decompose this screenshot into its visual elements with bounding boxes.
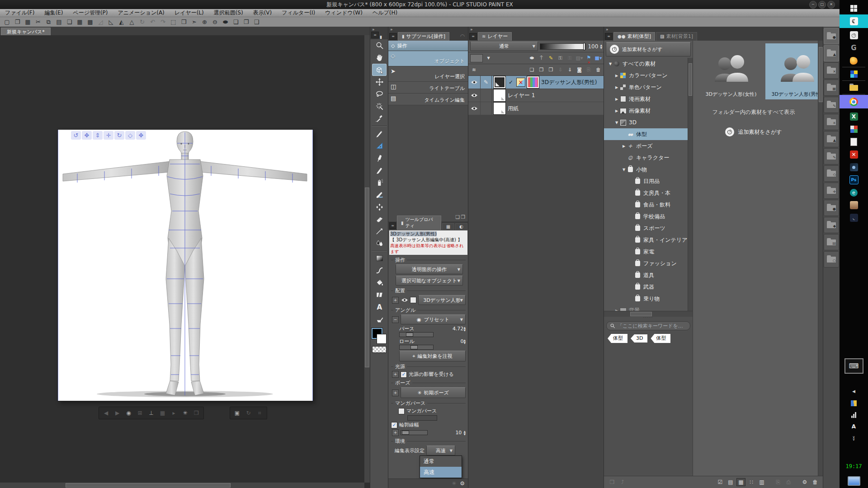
tree-appliances[interactable]: 家電 [604,246,693,258]
airbrush-tool[interactable] [372,176,387,188]
outline-width-stepper[interactable]: ▲▼ [463,430,466,436]
outline-width-value[interactable]: 10 [455,430,462,436]
tree-school[interactable]: 学校備品 [604,211,693,222]
bone-icon[interactable]: ⌗ [254,408,265,418]
reference-layer-icon[interactable]: ▨▾ [576,55,583,62]
grid-icon[interactable]: ▦ [75,18,85,26]
roll-value[interactable]: 0 [460,338,463,344]
tree-body-type[interactable]: 体型 [604,128,693,140]
selection-frame-icon[interactable]: ⬚ [169,18,178,26]
menu-page[interactable]: ページ管理(P) [68,9,113,17]
layer-name[interactable]: 用紙 [508,105,519,113]
subtool-footer-icons[interactable]: ❏❐ [455,214,466,220]
rotate-canvas-icon[interactable]: ↻ [137,18,147,26]
tray-color-icon[interactable] [840,397,868,409]
find-materials-link[interactable]: 追加素材をさがす [693,127,814,136]
move-layer-tool[interactable] [372,76,387,88]
perspective-value[interactable]: 4.72 [453,326,464,332]
lock-transparent-icon[interactable]: ⚿ [566,55,574,62]
object-ground-move-icon[interactable]: ✥ [136,131,146,140]
layer-color-swatch[interactable] [470,54,483,62]
tree-vehicles[interactable]: 乗り物 [604,293,693,305]
manga-perspective-checkbox[interactable]: ✓ [398,408,405,414]
tree-stationery[interactable]: 文房具・本 [604,187,693,199]
correct-tool[interactable] [372,313,387,325]
painting-app-task[interactable] [840,199,868,211]
edit-display-setting-dropdown[interactable]: 高速▼ [426,446,455,455]
roll-slider[interactable] [399,345,434,350]
tree-expand-arrow[interactable]: ▶ [621,144,627,148]
menu-filter[interactable]: フィルター(I) [277,9,320,17]
export-material-icon[interactable]: ⎙ [784,478,793,486]
expand-arrangement-button[interactable]: + [392,297,399,304]
photoshop-task[interactable]: Ps [840,174,868,186]
menu-help[interactable]: ヘルプ(H) [368,9,402,17]
material-shortcut-scene[interactable]: ▤ [824,234,839,250]
expand-light-button[interactable]: + [392,371,399,378]
pane-splitter[interactable]: ····· [604,317,693,320]
opacity-value[interactable]: 100 [588,43,598,50]
pixel-app-task[interactable] [840,68,868,80]
new-folder-icon[interactable]: ❒ [547,66,555,74]
tree-small-items[interactable]: ▼ 小物 [604,164,693,175]
add-object-icon[interactable]: ⊞ [134,408,146,418]
excel-task[interactable]: X [840,110,868,123]
g-app-task[interactable]: G [840,42,868,54]
paste-icon[interactable]: ▤ [54,18,64,26]
expand-pose-button[interactable]: + [392,389,399,396]
snap-special-ruler-icon[interactable]: ◭ [117,18,126,26]
transfer-down-icon[interactable]: ⇩ [557,66,564,74]
apply-mask-icon[interactable]: ⎘ [585,66,593,74]
tree-3d[interactable]: ▼ 3D [604,117,693,128]
snap-angle-icon[interactable]: △ [127,18,137,26]
ruler-range-icon[interactable]: ■▾ [594,55,602,62]
grid-alt-icon[interactable]: ▩ [85,18,95,26]
camera-zoom-icon[interactable]: ⇕ [93,131,103,140]
text-tool[interactable]: A [372,301,387,313]
brush-tool[interactable] [372,188,387,201]
detail-view-icon[interactable]: ▤ [726,478,735,486]
export-icon[interactable]: ❏ [65,18,74,26]
transparent-area-dropdown[interactable]: 透明箇所の操作▼ [396,264,463,274]
draft-pencil-icon[interactable]: ✎ [547,55,555,62]
maximize-button[interactable]: □ [818,1,826,9]
copy-icon[interactable]: ⧉ [44,18,53,26]
blend-mode-dropdown[interactable]: 通常▼ [470,42,538,51]
tree-expand-arrow[interactable]: ▶ [614,85,619,89]
collapse-angle-button[interactable]: − [392,316,399,323]
layer-tab[interactable]: ≋レイヤー [478,32,512,41]
layer-visible-eye-icon[interactable] [468,102,481,115]
eset-tray-icon[interactable]: e [840,186,868,199]
thumbnail-view-icon[interactable]: ▦ [736,478,745,486]
tree-daily-goods[interactable]: 日用品 [604,175,693,187]
register-material-icon[interactable]: ❒ [191,408,202,418]
frame-tool[interactable] [372,289,387,301]
subtool-group-header[interactable]: ◇ 操作 [388,41,468,51]
canvas-page[interactable] [58,130,313,401]
layer-color-caret[interactable]: ▼ [485,55,492,62]
tree-expand-arrow[interactable]: ▶ [614,109,619,113]
find-materials-button[interactable]: 追加素材をさがす [606,42,691,56]
material-shortcut-3d[interactable]: ◇ [824,165,839,182]
tool-property-menu-button[interactable]: ≡ [389,222,396,229]
tree-manga-material[interactable]: ▶ 漫画素材 [604,93,693,105]
tree-color-pattern[interactable]: ▶ カラーパターン [604,70,693,81]
tree-all-materials[interactable]: ▼ すべての素材 [604,58,693,70]
layer-mask-icon[interactable]: ◙ [576,66,583,74]
menu-file[interactable]: ファイル(F) [0,9,39,17]
object-rotate-icon[interactable]: ↻ [114,131,124,140]
perspective-stepper[interactable]: ▲▼ [463,326,466,332]
save-pose-icon[interactable]: ▦ [157,408,168,418]
tree-vertical-scrollbar[interactable] [688,58,693,311]
material-shortcut-mono-pattern[interactable]: ▦ [824,80,839,96]
paint-blob-task[interactable] [840,54,868,67]
roll-stepper[interactable]: ▲▼ [463,339,466,344]
taskbar-clock[interactable]: 19:17 [840,460,868,473]
tag-3d[interactable]: 3D [631,334,647,343]
show-all-materials-label[interactable]: フォルダー内の素材をすべて表示 [693,108,814,116]
start-button[interactable] [840,2,868,14]
mask-flag-icon[interactable]: ⚑✕▾ [585,55,593,62]
object-checkbox[interactable]: ✓ [410,297,416,303]
menu-selection[interactable]: 選択範囲(S) [209,9,248,17]
clip-studio-task[interactable] [840,29,868,42]
